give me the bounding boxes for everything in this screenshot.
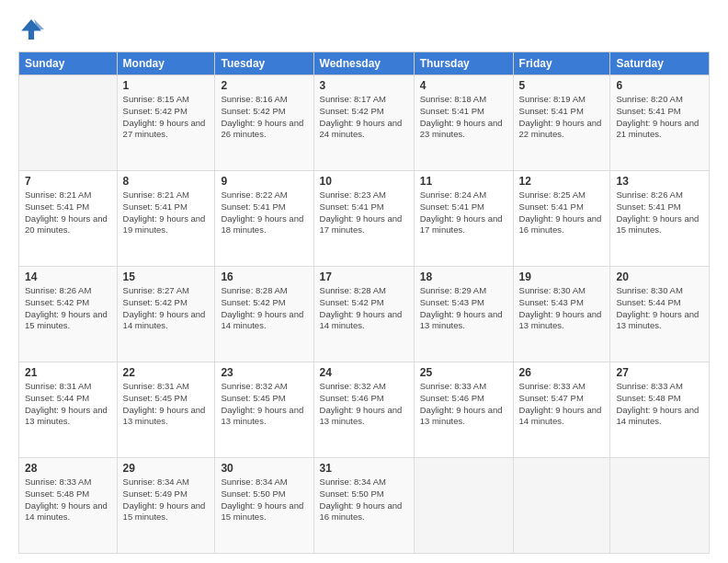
calendar-cell	[513, 458, 610, 554]
day-info: Sunrise: 8:24 AMSunset: 5:41 PMDaylight:…	[420, 190, 507, 236]
calendar-cell: 18Sunrise: 8:29 AMSunset: 5:43 PMDayligh…	[414, 267, 513, 362]
calendar-cell: 24Sunrise: 8:32 AMSunset: 5:46 PMDayligh…	[313, 362, 414, 458]
day-number: 23	[221, 366, 307, 379]
day-info: Sunrise: 8:30 AMSunset: 5:43 PMDaylight:…	[519, 285, 605, 332]
weekday-header-thursday: Thursday	[414, 52, 513, 75]
calendar-cell: 10Sunrise: 8:23 AMSunset: 5:41 PMDayligh…	[313, 171, 414, 267]
calendar-cell: 12Sunrise: 8:25 AMSunset: 5:41 PMDayligh…	[513, 171, 610, 267]
day-info: Sunrise: 8:33 AMSunset: 5:46 PMDaylight:…	[420, 381, 507, 428]
calendar-cell: 27Sunrise: 8:33 AMSunset: 5:48 PMDayligh…	[610, 362, 710, 458]
calendar-cell: 22Sunrise: 8:31 AMSunset: 5:45 PMDayligh…	[117, 362, 215, 458]
day-info: Sunrise: 8:30 AMSunset: 5:44 PMDaylight:…	[616, 285, 703, 332]
day-info: Sunrise: 8:32 AMSunset: 5:46 PMDaylight:…	[320, 381, 408, 428]
logo	[18, 17, 46, 42]
day-info: Sunrise: 8:19 AMSunset: 5:41 PMDaylight:…	[519, 94, 605, 141]
calendar-cell: 5Sunrise: 8:19 AMSunset: 5:41 PMDaylight…	[513, 75, 610, 171]
day-number: 15	[123, 270, 210, 283]
calendar-cell: 17Sunrise: 8:28 AMSunset: 5:42 PMDayligh…	[313, 267, 414, 362]
day-number: 25	[420, 366, 507, 379]
day-number: 6	[616, 79, 703, 92]
calendar-cell: 6Sunrise: 8:20 AMSunset: 5:41 PMDaylight…	[610, 75, 710, 171]
day-number: 28	[25, 462, 111, 475]
day-info: Sunrise: 8:22 AMSunset: 5:41 PMDaylight:…	[221, 190, 307, 236]
calendar-cell: 19Sunrise: 8:30 AMSunset: 5:43 PMDayligh…	[513, 267, 610, 362]
day-info: Sunrise: 8:31 AMSunset: 5:45 PMDaylight:…	[123, 381, 210, 428]
day-number: 8	[123, 175, 210, 188]
calendar-cell: 8Sunrise: 8:21 AMSunset: 5:41 PMDaylight…	[117, 171, 215, 267]
calendar-cell: 2Sunrise: 8:16 AMSunset: 5:42 PMDaylight…	[215, 75, 313, 171]
day-number: 24	[320, 366, 408, 379]
day-info: Sunrise: 8:17 AMSunset: 5:42 PMDaylight:…	[320, 94, 408, 141]
day-number: 2	[221, 79, 307, 92]
calendar-cell: 7Sunrise: 8:21 AMSunset: 5:41 PMDaylight…	[19, 171, 118, 267]
calendar-cell: 30Sunrise: 8:34 AMSunset: 5:50 PMDayligh…	[215, 458, 313, 554]
calendar-cell: 25Sunrise: 8:33 AMSunset: 5:46 PMDayligh…	[414, 362, 513, 458]
week-row-4: 21Sunrise: 8:31 AMSunset: 5:44 PMDayligh…	[19, 362, 710, 458]
day-info: Sunrise: 8:18 AMSunset: 5:41 PMDaylight:…	[420, 94, 507, 141]
day-info: Sunrise: 8:23 AMSunset: 5:41 PMDaylight:…	[320, 190, 408, 236]
calendar-cell: 29Sunrise: 8:34 AMSunset: 5:49 PMDayligh…	[117, 458, 215, 554]
day-info: Sunrise: 8:33 AMSunset: 5:47 PMDaylight:…	[519, 381, 605, 428]
day-info: Sunrise: 8:21 AMSunset: 5:41 PMDaylight:…	[123, 190, 210, 236]
day-number: 31	[320, 462, 408, 475]
weekday-header-sunday: Sunday	[19, 52, 118, 75]
calendar-cell: 9Sunrise: 8:22 AMSunset: 5:41 PMDaylight…	[215, 171, 313, 267]
day-info: Sunrise: 8:29 AMSunset: 5:43 PMDaylight:…	[420, 285, 507, 332]
logo-icon	[18, 17, 44, 42]
weekday-header-saturday: Saturday	[610, 52, 710, 75]
day-number: 3	[320, 79, 408, 92]
calendar-cell: 1Sunrise: 8:15 AMSunset: 5:42 PMDaylight…	[117, 75, 215, 171]
day-number: 19	[519, 270, 605, 283]
calendar-cell: 28Sunrise: 8:33 AMSunset: 5:48 PMDayligh…	[19, 458, 118, 554]
day-info: Sunrise: 8:33 AMSunset: 5:48 PMDaylight:…	[616, 381, 703, 428]
header	[18, 17, 710, 42]
day-number: 4	[420, 79, 507, 92]
weekday-header-friday: Friday	[513, 52, 610, 75]
weekday-header-row: SundayMondayTuesdayWednesdayThursdayFrid…	[19, 52, 710, 75]
calendar-cell: 20Sunrise: 8:30 AMSunset: 5:44 PMDayligh…	[610, 267, 710, 362]
calendar-cell: 13Sunrise: 8:26 AMSunset: 5:41 PMDayligh…	[610, 171, 710, 267]
day-info: Sunrise: 8:34 AMSunset: 5:49 PMDaylight:…	[123, 477, 210, 523]
day-number: 18	[420, 270, 507, 283]
day-info: Sunrise: 8:15 AMSunset: 5:42 PMDaylight:…	[123, 94, 210, 141]
calendar-cell: 23Sunrise: 8:32 AMSunset: 5:45 PMDayligh…	[215, 362, 313, 458]
day-info: Sunrise: 8:25 AMSunset: 5:41 PMDaylight:…	[519, 190, 605, 236]
page: SundayMondayTuesdayWednesdayThursdayFrid…	[0, 0, 728, 563]
day-number: 26	[519, 366, 605, 379]
week-row-3: 14Sunrise: 8:26 AMSunset: 5:42 PMDayligh…	[19, 267, 710, 362]
calendar-cell: 4Sunrise: 8:18 AMSunset: 5:41 PMDaylight…	[414, 75, 513, 171]
day-number: 17	[320, 270, 408, 283]
day-number: 5	[519, 79, 605, 92]
week-row-2: 7Sunrise: 8:21 AMSunset: 5:41 PMDaylight…	[19, 171, 710, 267]
day-number: 10	[320, 175, 408, 188]
calendar-cell: 26Sunrise: 8:33 AMSunset: 5:47 PMDayligh…	[513, 362, 610, 458]
day-number: 12	[519, 175, 605, 188]
day-info: Sunrise: 8:21 AMSunset: 5:41 PMDaylight:…	[25, 190, 111, 236]
day-info: Sunrise: 8:26 AMSunset: 5:41 PMDaylight:…	[616, 190, 703, 236]
calendar-cell: 21Sunrise: 8:31 AMSunset: 5:44 PMDayligh…	[19, 362, 118, 458]
day-info: Sunrise: 8:31 AMSunset: 5:44 PMDaylight:…	[25, 381, 111, 428]
calendar-cell	[19, 75, 118, 171]
day-info: Sunrise: 8:33 AMSunset: 5:48 PMDaylight:…	[25, 477, 111, 523]
day-info: Sunrise: 8:16 AMSunset: 5:42 PMDaylight:…	[221, 94, 307, 141]
day-number: 29	[123, 462, 210, 475]
day-info: Sunrise: 8:28 AMSunset: 5:42 PMDaylight:…	[221, 285, 307, 332]
day-info: Sunrise: 8:34 AMSunset: 5:50 PMDaylight:…	[320, 477, 408, 523]
day-number: 22	[123, 366, 210, 379]
day-info: Sunrise: 8:28 AMSunset: 5:42 PMDaylight:…	[320, 285, 408, 332]
calendar-cell	[414, 458, 513, 554]
calendar-cell	[610, 458, 710, 554]
day-info: Sunrise: 8:26 AMSunset: 5:42 PMDaylight:…	[25, 285, 111, 332]
weekday-header-tuesday: Tuesday	[215, 52, 313, 75]
day-info: Sunrise: 8:27 AMSunset: 5:42 PMDaylight:…	[123, 285, 210, 332]
week-row-1: 1Sunrise: 8:15 AMSunset: 5:42 PMDaylight…	[19, 75, 710, 171]
weekday-header-monday: Monday	[117, 52, 215, 75]
day-number: 13	[616, 175, 703, 188]
calendar-cell: 16Sunrise: 8:28 AMSunset: 5:42 PMDayligh…	[215, 267, 313, 362]
day-number: 21	[25, 366, 111, 379]
day-info: Sunrise: 8:32 AMSunset: 5:45 PMDaylight:…	[221, 381, 307, 428]
day-number: 7	[25, 175, 111, 188]
day-number: 9	[221, 175, 307, 188]
day-number: 27	[616, 366, 703, 379]
day-number: 20	[616, 270, 703, 283]
